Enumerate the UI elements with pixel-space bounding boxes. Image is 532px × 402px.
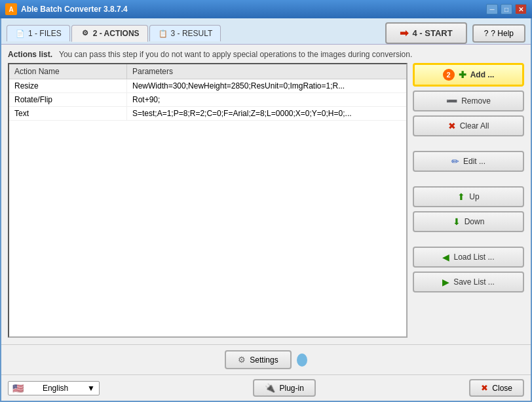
actions-tab-label: 2 - ACTIONS xyxy=(93,29,140,38)
load-list-button[interactable]: ◀ Load List ... xyxy=(413,247,524,268)
bottom-bar: ⚙ Settings xyxy=(1,344,531,374)
plugin-button-label: Plug-in xyxy=(279,384,303,393)
refresh-icon xyxy=(297,353,307,367)
content-area: Actions list. You can pass this step if … xyxy=(1,45,531,338)
window-controls: ─ □ ✕ xyxy=(486,4,527,14)
action-name-cell: Resize xyxy=(9,79,127,92)
table-row[interactable]: Resize NewWidth=300;NewHeight=2850;ResUn… xyxy=(9,79,406,93)
maximize-button[interactable]: □ xyxy=(501,4,512,14)
tab-bar: 📄 1 - FILES ⚙ 2 - ACTIONS 📋 3 - RESULT ➡… xyxy=(1,18,531,45)
action-params-cell: Rot+90; xyxy=(127,93,406,106)
add-icon: ✚ xyxy=(459,70,466,80)
minimize-button[interactable]: ─ xyxy=(486,4,498,14)
remove-button-label: Remove xyxy=(461,96,491,106)
dropdown-arrow-icon: ▼ xyxy=(87,384,95,393)
table-body: Resize NewWidth=300;NewHeight=2850;ResUn… xyxy=(9,79,406,121)
down-button-label: Down xyxy=(465,217,485,226)
clear-all-button[interactable]: ✖ Clear All xyxy=(413,115,524,136)
help-icon: ? xyxy=(484,29,489,38)
tab-files[interactable]: 📄 1 - FILES xyxy=(7,25,70,41)
flag-icon: 🇺🇸 xyxy=(12,383,24,393)
table-row[interactable]: Text S=test;A=1;P=8;R=2;C=0;F=Arial;Z=8;… xyxy=(9,107,406,121)
edit-button-label: Edit ... xyxy=(463,157,485,166)
start-arrow-icon: ➡ xyxy=(400,27,408,39)
language-label: English xyxy=(43,384,68,393)
load-list-icon: ◀ xyxy=(442,252,449,262)
tab-result[interactable]: 📋 3 - RESULT xyxy=(149,25,221,41)
files-tab-icon: 📄 xyxy=(15,28,26,39)
start-btn-container: ➡ 4 - START ? ? Help xyxy=(385,22,525,44)
help-button-label: ? Help xyxy=(491,29,514,38)
add-badge: 2 xyxy=(443,69,455,81)
app-icon: A xyxy=(5,3,17,15)
actions-tab-icon: ⚙ xyxy=(80,28,90,39)
side-buttons: 2 ✚ Add ... ➖ Remove ✖ Clear All ✏ Edit … xyxy=(413,63,524,338)
content-header: Actions list. You can pass this step if … xyxy=(8,50,524,59)
action-name-cell: Rotate/Flip xyxy=(9,93,127,106)
settings-button-label: Settings xyxy=(250,355,278,365)
start-button-label: 4 - START xyxy=(412,28,452,38)
down-button[interactable]: ⬇ Down xyxy=(413,211,524,232)
up-button[interactable]: ⬆ Up xyxy=(413,186,524,207)
plugin-icon: 🔌 xyxy=(265,383,275,393)
section-label: Actions list. xyxy=(8,50,52,59)
spacer-1 xyxy=(413,140,524,147)
spacer-3 xyxy=(413,236,524,243)
settings-button[interactable]: ⚙ Settings xyxy=(225,350,291,369)
clear-all-button-label: Clear All xyxy=(460,121,489,131)
result-tab-icon: 📋 xyxy=(158,28,168,39)
tab-actions[interactable]: ⚙ 2 - ACTIONS xyxy=(71,25,148,42)
down-icon: ⬇ xyxy=(453,216,461,227)
action-params-cell: NewWidth=300;NewHeight=2850;ResUnit=0;Im… xyxy=(127,79,406,92)
save-list-button[interactable]: ▶ Save List ... xyxy=(413,271,524,292)
info-text: You can pass this step if you do not wan… xyxy=(59,50,412,59)
help-button[interactable]: ? ? Help xyxy=(472,24,525,43)
col-action-name: Action Name xyxy=(9,64,127,79)
footer: 🇺🇸 English ▼ 🔌 Plug-in ✖ Close xyxy=(1,374,531,401)
load-list-button-label: Load List ... xyxy=(453,252,494,262)
up-icon: ⬆ xyxy=(457,191,465,202)
app-title: Able Batch Converter 3.8.7.4 xyxy=(21,5,486,14)
up-button-label: Up xyxy=(469,192,479,201)
edit-icon: ✏ xyxy=(451,156,459,167)
result-tab-label: 3 - RESULT xyxy=(171,29,213,38)
action-name-cell: Text xyxy=(9,107,127,120)
title-bar: A Able Batch Converter 3.8.7.4 ─ □ ✕ xyxy=(0,0,532,18)
save-list-button-label: Save List ... xyxy=(453,277,495,287)
actions-area: Action Name Parameters Resize NewWidth=3… xyxy=(8,63,524,338)
close-icon: ✖ xyxy=(481,383,488,393)
table-row[interactable]: Rotate/Flip Rot+90; xyxy=(9,93,406,107)
actions-table: Action Name Parameters Resize NewWidth=3… xyxy=(8,63,408,338)
remove-icon: ➖ xyxy=(446,96,457,106)
settings-icon: ⚙ xyxy=(238,355,246,365)
action-params-cell: S=test;A=1;P=8;R=2;C=0;F=Arial;Z=8;L=000… xyxy=(127,107,406,120)
table-header: Action Name Parameters xyxy=(9,64,406,79)
start-button[interactable]: ➡ 4 - START xyxy=(385,22,466,44)
save-list-icon: ▶ xyxy=(442,277,449,287)
edit-button[interactable]: ✏ Edit ... xyxy=(413,151,524,172)
remove-button[interactable]: ➖ Remove xyxy=(413,90,524,111)
language-selector[interactable]: 🇺🇸 English ▼ xyxy=(8,381,100,395)
close-button-label: Close xyxy=(492,384,512,393)
spacer-2 xyxy=(413,176,524,182)
col-parameters: Parameters xyxy=(127,64,406,79)
window-close-button[interactable]: ✕ xyxy=(515,4,527,14)
main-window: 📄 1 - FILES ⚙ 2 - ACTIONS 📋 3 - RESULT ➡… xyxy=(0,18,532,402)
add-button[interactable]: 2 ✚ Add ... xyxy=(413,63,524,87)
add-button-label: Add ... xyxy=(470,70,495,79)
clear-all-icon: ✖ xyxy=(448,121,456,131)
plugin-button[interactable]: 🔌 Plug-in xyxy=(253,379,315,397)
files-tab-label: 1 - FILES xyxy=(28,29,62,38)
close-button[interactable]: ✖ Close xyxy=(469,379,524,397)
